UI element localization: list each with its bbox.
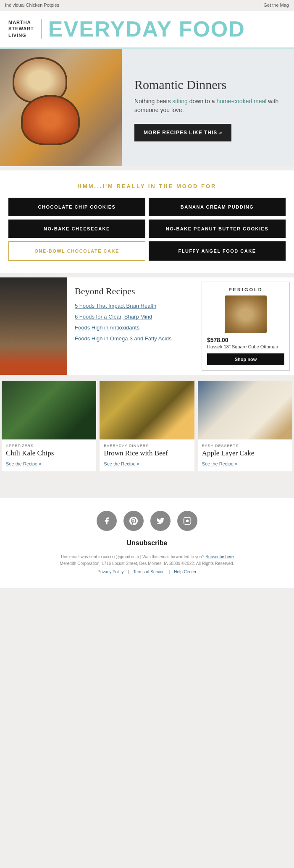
pinterest-icon[interactable]	[123, 511, 144, 531]
hero-section: Romantic Dinners Nothing beats sitting d…	[0, 49, 294, 166]
beyond-content: Beyond Recipes 5 Foods That Impact Brain…	[67, 277, 197, 375]
hero-title: Romantic Dinners	[134, 78, 281, 92]
mood-btn-one-bowl-chocolate-cake[interactable]: ONE-BOWL CHOCOLATE CAKE	[8, 241, 145, 261]
perigold-ad: PERIGOLD $578.00 Hassek 18" Square Cube …	[202, 282, 290, 371]
beyond-image	[0, 277, 67, 375]
recipe-category-cake: EASY DESSERTS	[202, 444, 288, 448]
nav-right-prefix: Get the	[263, 3, 278, 8]
recipe-link-rice[interactable]: See the Recipe »	[104, 461, 139, 466]
subscribe-here-link[interactable]: Subscribe here	[205, 554, 234, 559]
list-item: Foods High in Omega-3 and Fatty Acids	[75, 335, 190, 342]
beyond-links-list: 5 Foods That Impact Brain Health 6 Foods…	[75, 302, 190, 342]
beyond-section: Beyond Recipes 5 Foods That Impact Brain…	[0, 277, 294, 375]
footer-divider: |	[169, 569, 170, 575]
hero-link-homecooked[interactable]: home-cooked meal	[216, 98, 266, 105]
recipe-card-rice: EVERYDAY DINNERS Brown Rice with Beef Se…	[100, 381, 194, 471]
mood-btn-fluffy-angel-food-cake[interactable]: FLUFFY ANGEL FOOD CAKE	[149, 241, 286, 261]
mood-section: HMM...I'M REALLY IN THE MOOD FOR CHOCOLA…	[0, 170, 294, 273]
hero-link-sitting[interactable]: sitting	[172, 98, 188, 105]
site-title: EVERYDAY FOOD	[42, 18, 245, 40]
recipe-image-cake	[198, 381, 292, 439]
recipe-card-kale: APPETIZERS Chili Kale Chips See the Reci…	[2, 381, 96, 471]
perigold-shop-button[interactable]: Shop now	[207, 353, 284, 365]
mood-grid: CHOCOLATE CHIP COOKIES BANANA CREAM PUDD…	[8, 198, 286, 261]
recipe-link-cake[interactable]: See the Recipe »	[202, 461, 237, 466]
beyond-title: Beyond Recipes	[75, 286, 190, 297]
beyond-link-4[interactable]: Foods High in Omega-3 and Fatty Acids	[75, 335, 172, 342]
recipe-name-rice: Brown Rice with Beef	[104, 449, 190, 458]
recipe-image-rice	[100, 381, 194, 439]
footer-links: Privacy Policy | Terms of Service | Help…	[8, 569, 286, 575]
instagram-icon[interactable]	[177, 511, 197, 531]
pot-bottom	[21, 95, 80, 145]
footer-legal-line1: This email was sent to xxxxxx@gmail.com …	[8, 554, 286, 560]
recipe-card-content: APPETIZERS Chili Kale Chips See the Reci…	[2, 439, 96, 471]
beyond-link-2[interactable]: 6 Foods for a Clear, Sharp Mind	[75, 314, 152, 320]
mood-title: HMM...I'M REALLY IN THE MOOD FOR	[8, 183, 286, 189]
header: MARTHA STEWART LIVING EVERYDAY FOOD	[0, 10, 294, 49]
recipes-row: APPETIZERS Chili Kale Chips See the Reci…	[0, 379, 294, 473]
footer-divider: |	[128, 569, 129, 575]
unsubscribe-button[interactable]: Unsubscribe	[8, 539, 286, 547]
recipe-link-kale[interactable]: See the Recipe »	[6, 461, 41, 466]
facebook-icon[interactable]	[97, 511, 117, 531]
mood-btn-no-bake-peanut-butter[interactable]: NO-BAKE PEANUT BUTTER COOKIES	[149, 220, 286, 238]
hero-image	[0, 49, 122, 166]
perigold-brand: PERIGOLD	[228, 287, 262, 292]
perigold-product-name: Hassek 18" Square Cube Ottoman	[207, 344, 278, 349]
privacy-policy-link[interactable]: Privacy Policy	[97, 569, 123, 575]
recipe-category-rice: EVERYDAY DINNERS	[104, 444, 190, 448]
recipe-card-cake: EASY DESSERTS Apple Layer Cake See the R…	[198, 381, 292, 471]
recipe-name-cake: Apple Layer Cake	[202, 449, 288, 458]
list-item: 5 Foods That Impact Brain Health	[75, 302, 190, 309]
help-center-link[interactable]: Help Center	[174, 569, 196, 575]
terms-of-service-link[interactable]: Terms of Service	[133, 569, 164, 575]
list-item: 6 Foods for a Clear, Sharp Mind	[75, 313, 190, 320]
social-icons	[8, 511, 286, 531]
more-recipes-button[interactable]: MORE RECIPES LIKE THIS »	[134, 124, 231, 141]
mood-btn-chocolate-chip-cookies[interactable]: CHOCOLATE CHIP COOKIES	[8, 198, 145, 216]
list-item: Foods High in Antioxidants	[75, 324, 190, 331]
spacer	[0, 473, 294, 498]
twitter-icon[interactable]	[150, 511, 171, 531]
hero-food-visual	[0, 49, 122, 166]
beyond-link-3[interactable]: Foods High in Antioxidants	[75, 324, 139, 331]
nav-left-link[interactable]: Individual Chicken Potpies	[5, 3, 59, 8]
mood-btn-no-bake-cheesecake[interactable]: NO-BAKE CHEESECAKE	[8, 220, 145, 238]
recipe-category-kale: APPETIZERS	[6, 444, 92, 448]
recipe-image-kale	[2, 381, 96, 439]
mood-btn-banana-cream-pudding[interactable]: BANANA CREAM PUDDING	[149, 198, 286, 216]
hero-content: Romantic Dinners Nothing beats sitting d…	[122, 49, 294, 166]
beyond-link-1[interactable]: 5 Foods That Impact Brain Health	[75, 303, 156, 309]
recipe-card-content: EASY DESSERTS Apple Layer Cake See the R…	[198, 439, 292, 471]
top-nav: Individual Chicken Potpies Get the Mag	[0, 0, 294, 10]
recipe-name-kale: Chili Kale Chips	[6, 449, 92, 458]
brand-name: MARTHA STEWART LIVING	[8, 19, 42, 39]
footer-legal-line2: Meredith Corporation, 1716 Locust Street…	[8, 560, 286, 567]
nav-right-link[interactable]: Get the Mag	[263, 3, 289, 8]
nav-right-text: Mag	[280, 3, 289, 8]
footer-legal: This email was sent to xxxxxx@gmail.com …	[8, 554, 286, 575]
recipe-card-content: EVERYDAY DINNERS Brown Rice with Beef Se…	[100, 439, 194, 471]
hero-description: Nothing beats sitting down to a home-coo…	[134, 97, 281, 115]
perigold-price: $578.00	[207, 337, 228, 343]
perigold-product-image	[225, 295, 267, 333]
footer: Unsubscribe This email was sent to xxxxx…	[0, 498, 294, 588]
